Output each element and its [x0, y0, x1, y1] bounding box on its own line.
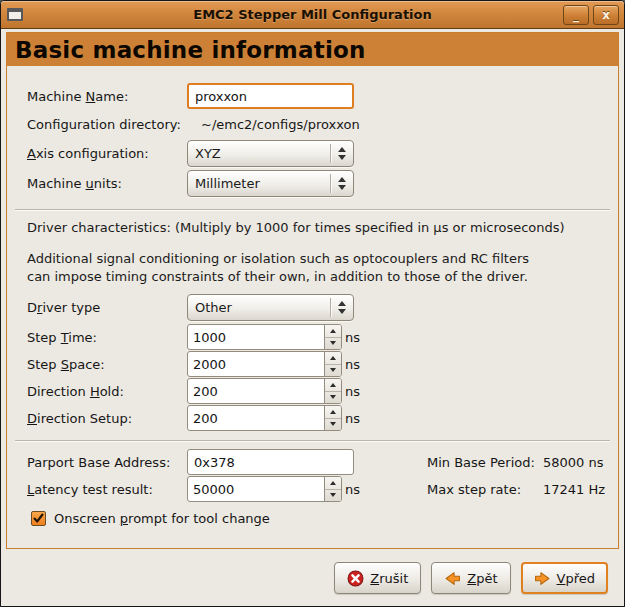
spin-down-icon[interactable] [325, 365, 341, 377]
parport-input[interactable] [187, 449, 354, 475]
max-step-rate-value: 17241 Hz [543, 482, 605, 497]
machine-name-label: Machine Name: [27, 89, 187, 104]
spin-up-icon[interactable] [325, 406, 341, 419]
step-space-spinbox[interactable] [187, 351, 342, 377]
machine-units-select[interactable]: Millimeter [187, 170, 354, 197]
parport-row: Parport Base Address: Min Base Period: 5… [27, 449, 610, 475]
max-step-rate-label: Max step rate: [427, 482, 521, 497]
direction-hold-unit: ns [345, 384, 360, 399]
forward-button[interactable]: Vpřed [521, 562, 608, 594]
config-dir-label: Configuration directory: [27, 117, 187, 132]
page-title: Basic machine information [7, 37, 366, 63]
back-button[interactable]: Zpět [431, 562, 510, 594]
spin-up-icon[interactable] [325, 379, 341, 392]
step-space-unit: ns [345, 357, 360, 372]
tool-change-checkbox[interactable] [31, 511, 46, 526]
direction-setup-label: Direction Setup: [27, 411, 187, 426]
step-time-label: Step Time: [27, 330, 187, 345]
spin-down-icon[interactable] [325, 338, 341, 350]
direction-setup-spinbox[interactable] [187, 405, 342, 431]
direction-setup-unit: ns [345, 411, 360, 426]
close-button[interactable]: x [593, 5, 619, 25]
driver-type-select[interactable]: Other [187, 294, 354, 321]
cancel-button-label: Zrušit [370, 571, 408, 586]
spin-down-icon[interactable] [325, 392, 341, 404]
spin-down-icon[interactable] [325, 490, 341, 502]
latency-input[interactable] [188, 477, 324, 501]
min-base-period-label: Min Base Period: [427, 455, 535, 470]
tool-change-row: Onscreen prompt for tool change [31, 511, 618, 526]
back-button-label: Zpět [467, 571, 497, 586]
machine-units-row: Machine units: Millimeter [27, 170, 610, 197]
separator [15, 209, 610, 211]
step-time-row: Step Time: ns [27, 324, 610, 350]
machine-units-value: Millimeter [188, 176, 330, 191]
header-band: Basic machine information [7, 33, 618, 66]
latency-row: Latency test result: ns Max step rate: 1… [27, 476, 610, 502]
direction-setup-row: Direction Setup: ns [27, 405, 610, 431]
config-dir-value: ~/emc2/configs/proxxon [187, 117, 360, 132]
min-base-period-value: 58000 ns [543, 455, 604, 470]
signal-conditioning-note-line2: can impose timing constraints of their o… [27, 269, 618, 284]
parport-label: Parport Base Address: [27, 455, 187, 470]
step-space-input[interactable] [188, 352, 324, 376]
direction-setup-input[interactable] [188, 406, 324, 430]
window-title: EMC2 Stepper Mill Configuration [1, 7, 624, 22]
axis-config-value: XYZ [188, 146, 330, 161]
spin-down-icon[interactable] [325, 419, 341, 431]
direction-hold-spinbox[interactable] [187, 378, 342, 404]
direction-hold-row: Direction Hold: ns [27, 378, 610, 404]
content-frame: Basic machine information Machine Name: … [6, 32, 619, 549]
latency-label: Latency test result: [27, 482, 187, 497]
driver-type-value: Other [188, 300, 330, 315]
checkmark-icon [33, 513, 44, 524]
titlebar[interactable]: EMC2 Stepper Mill Configuration _ x [1, 1, 624, 29]
driver-type-label: Driver type [27, 300, 187, 315]
axis-config-select[interactable]: XYZ [187, 140, 354, 167]
step-space-row: Step Space: ns [27, 351, 610, 377]
emc2-config-window: EMC2 Stepper Mill Configuration _ x Basi… [0, 0, 625, 607]
tool-change-label: Onscreen prompt for tool change [54, 511, 270, 526]
direction-hold-input[interactable] [188, 379, 324, 403]
driver-type-row: Driver type Other [27, 294, 610, 321]
machine-name-input[interactable] [187, 83, 354, 109]
spin-up-icon[interactable] [325, 325, 341, 338]
combo-arrows-icon [331, 177, 353, 190]
step-time-unit: ns [345, 330, 360, 345]
latency-unit: ns [345, 482, 360, 497]
combo-arrows-icon [331, 301, 353, 314]
direction-hold-label: Direction Hold: [27, 384, 187, 399]
cancel-button[interactable]: Zrušit [334, 562, 421, 594]
spin-up-icon[interactable] [325, 477, 341, 490]
config-dir-row: Configuration directory: ~/emc2/configs/… [27, 114, 610, 135]
step-space-label: Step Space: [27, 357, 187, 372]
separator [15, 440, 610, 442]
axis-config-row: Axis configuration: XYZ [27, 140, 610, 167]
signal-conditioning-note-line1: Additional signal conditioning or isolat… [27, 251, 618, 266]
forward-button-label: Vpřed [557, 571, 595, 586]
machine-units-label: Machine units: [27, 176, 187, 191]
axis-config-label: Axis configuration: [27, 146, 187, 161]
cancel-icon [347, 570, 364, 587]
spin-up-icon[interactable] [325, 352, 341, 365]
driver-characteristics-note: Driver characteristics: (Multiply by 100… [27, 220, 618, 235]
dialog-buttons: Zrušit Zpět Vpřed [1, 562, 624, 594]
arrow-right-icon [534, 570, 551, 587]
step-time-spinbox[interactable] [187, 324, 342, 350]
step-time-input[interactable] [188, 325, 324, 349]
minimize-button[interactable]: _ [563, 5, 589, 25]
latency-spinbox[interactable] [187, 476, 342, 502]
combo-arrows-icon [331, 147, 353, 160]
arrow-left-icon [444, 570, 461, 587]
machine-name-row: Machine Name: [27, 83, 610, 109]
